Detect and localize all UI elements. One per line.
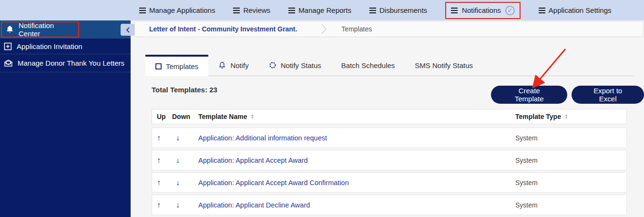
add-square-icon <box>4 42 12 50</box>
sort-icon[interactable]: ▲ ▼ <box>250 114 254 119</box>
sidebar-item-manage-donor-thank-you-letters[interactable]: Manage Donor Thank You Letters <box>0 54 131 72</box>
bell-icon <box>6 25 14 34</box>
nav-item-application-settings[interactable]: Application Settings <box>539 6 612 14</box>
nav-label: Manage Reports <box>298 6 351 14</box>
breadcrumb: Letter of Intent - Community Investment … <box>134 21 644 37</box>
total-templates-label: Total Templates: <box>152 86 207 94</box>
tab-batch-schedules[interactable]: Batch Schedules <box>331 55 405 76</box>
nav-item-manage-reports[interactable]: Manage Reports <box>288 6 351 14</box>
tab-bar: Templates Notify Notify Status <box>145 55 634 76</box>
hamburger-icon <box>451 8 458 13</box>
tab-label: Batch Schedules <box>341 61 395 69</box>
nav-label: Reviews <box>243 6 270 14</box>
table-header-row: Up Down Template Name ▲ ▼ Template Type … <box>152 109 627 124</box>
sidebar-item-notification-center[interactable]: Notification Center <box>0 20 131 39</box>
down-arrow-icon[interactable]: ↓ <box>176 156 180 164</box>
total-templates-count: Total Templates: 23 <box>152 86 217 94</box>
table-row: ↑ ↓ Application: Applicant Accept Award … <box>152 150 627 170</box>
nav-item-disbursements[interactable]: Disbursements <box>369 6 427 14</box>
breadcrumb-parent-link[interactable]: Letter of Intent - Community Investment … <box>149 25 297 33</box>
templates-table: Up Down Template Name ▲ ▼ Template Type … <box>152 109 627 217</box>
spinner-icon <box>269 61 276 69</box>
nav-item-notifications[interactable]: Notifications ✓ <box>445 2 521 19</box>
template-type-cell: System <box>515 201 626 209</box>
column-header-template-name: Template Name <box>198 113 247 120</box>
column-header-down: Down <box>172 113 198 120</box>
nav-label: Notifications <box>462 6 501 14</box>
envelope-icon <box>4 59 13 67</box>
top-navigation-bar: Manage Applications Reviews Manage Repor… <box>0 0 644 20</box>
tab-notify-status[interactable]: Notify Status <box>259 55 331 76</box>
tab-sms-notify-status[interactable]: SMS Notify Status <box>405 55 483 76</box>
sidebar-item-application-invitation[interactable]: Application Invitation <box>0 39 131 54</box>
tab-label: Notify Status <box>281 61 321 69</box>
nav-item-manage-applications[interactable]: Manage Applications <box>139 6 215 14</box>
up-arrow-icon[interactable]: ↑ <box>157 178 161 187</box>
sidebar-item-label: Notification Center <box>19 21 74 38</box>
create-template-button[interactable]: Create Template <box>491 86 567 104</box>
hamburger-icon <box>233 8 240 13</box>
tab-label: SMS Notify Status <box>415 61 473 69</box>
up-arrow-icon[interactable]: ↑ <box>157 156 161 164</box>
nav-label: Manage Applications <box>149 6 215 14</box>
template-name-link[interactable]: Application: Applicant Accept Award <box>198 157 307 164</box>
breadcrumb-current: Templates <box>341 25 372 33</box>
template-type-cell: System <box>515 134 626 142</box>
bell-outline-icon <box>218 61 226 69</box>
sort-desc-glyph: ▼ <box>250 117 254 119</box>
sidebar-item-label: Application Invitation <box>17 42 82 50</box>
sort-icon[interactable]: ▲ ▼ <box>564 114 568 119</box>
hamburger-icon <box>369 8 376 13</box>
template-type-cell: System <box>515 157 626 164</box>
chevron-left-icon <box>125 27 130 33</box>
hamburger-icon <box>288 8 295 13</box>
chevron-right-icon <box>321 23 327 35</box>
hamburger-icon <box>539 8 545 13</box>
table-row: ↑ ↓ Application: Applicant Accept Award … <box>152 172 627 193</box>
template-name-link[interactable]: Application: Applicant Accept Award Conf… <box>198 179 349 187</box>
table-row: ↑ ↓ Application: Applicant Decline Award… <box>152 195 627 215</box>
template-name-link[interactable]: Application: Additional information requ… <box>198 134 327 142</box>
nav-item-reviews[interactable]: Reviews <box>233 6 270 14</box>
checkbox-icon <box>155 63 162 69</box>
table-row: ↑ ↓ Application: Additional information … <box>152 128 627 148</box>
tab-templates[interactable]: Templates <box>145 55 208 76</box>
tab-notify[interactable]: Notify <box>208 55 258 76</box>
tab-label: Notify <box>230 61 248 69</box>
template-name-link[interactable]: Application: Applicant Decline Award <box>198 201 310 209</box>
annotation-red-box-sidebar: Notification Center <box>1 21 79 38</box>
down-arrow-icon[interactable]: ↓ <box>176 134 180 142</box>
hamburger-icon <box>139 8 146 13</box>
nav-label: Disbursements <box>379 6 427 14</box>
template-type-cell: System <box>515 179 626 187</box>
main-content: Letter of Intent - Community Investment … <box>131 20 644 217</box>
total-templates-value: 23 <box>209 86 217 94</box>
column-header-template-type: Template Type <box>515 113 561 120</box>
down-arrow-icon[interactable]: ↓ <box>176 201 180 209</box>
app-window: Manage Applications Reviews Manage Repor… <box>0 0 644 217</box>
nav-label: Application Settings <box>549 6 612 14</box>
export-to-excel-button[interactable]: Export to Excel <box>572 86 644 104</box>
down-arrow-icon[interactable]: ↓ <box>176 178 180 187</box>
sort-desc-glyph: ▼ <box>564 117 568 119</box>
action-buttons: Create Template Export to Excel <box>491 86 644 104</box>
column-header-up: Up <box>152 113 172 120</box>
sidebar-item-label: Manage Donor Thank You Letters <box>18 59 124 67</box>
check-circle-icon: ✓ <box>505 6 515 15</box>
up-arrow-icon[interactable]: ↑ <box>157 134 161 142</box>
table-body: ↑ ↓ Application: Additional information … <box>152 128 627 215</box>
up-arrow-icon[interactable]: ↑ <box>157 201 161 209</box>
tab-label: Templates <box>166 62 198 70</box>
sidebar: Notification Center Application Invitati… <box>0 20 131 217</box>
